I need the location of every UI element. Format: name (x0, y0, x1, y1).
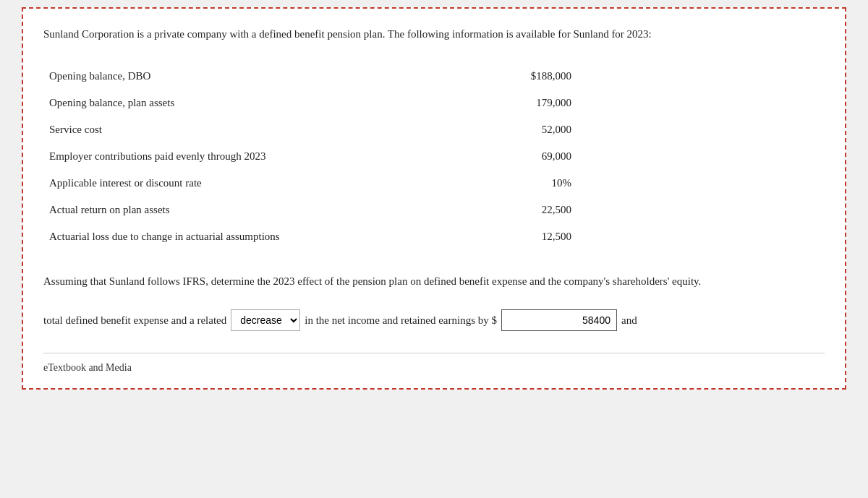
row-label: Opening balance, DBO (43, 63, 473, 90)
table-row: Opening balance, plan assets 179,000 (43, 90, 825, 116)
dollar-amount-input[interactable] (501, 309, 617, 331)
row-value: 10% (473, 170, 629, 197)
row-spacer (629, 223, 825, 250)
table-row: Actuarial loss due to change in actuaria… (43, 223, 825, 250)
row-label: Service cost (43, 116, 473, 143)
answer-prefix-text: total defined benefit expense and a rela… (43, 314, 226, 327)
row-spacer (629, 63, 825, 90)
intro-paragraph: Sunland Corporation is a private company… (43, 26, 825, 43)
row-value: 179,000 (473, 90, 629, 116)
row-label: Employer contributions paid evenly throu… (43, 143, 473, 170)
table-row: Employer contributions paid evenly throu… (43, 143, 825, 170)
row-value: 69,000 (473, 143, 629, 170)
decrease-increase-dropdown[interactable]: decreaseincrease (231, 309, 300, 331)
row-spacer (629, 116, 825, 143)
page-container: Sunland Corporation is a private company… (22, 7, 846, 390)
table-row: Opening balance, DBO $188,000 (43, 63, 825, 90)
row-label: Opening balance, plan assets (43, 90, 473, 116)
answer-middle-text: in the net income and retained earnings … (305, 314, 497, 327)
answer-suffix-text: and (621, 314, 637, 327)
question-paragraph: Assuming that Sunland follows IFRS, dete… (43, 273, 825, 290)
row-value: 12,500 (473, 223, 629, 250)
table-row: Actual return on plan assets 22,500 (43, 197, 825, 223)
footer-label: eTextbook and Media (43, 362, 132, 373)
answer-row: total defined benefit expense and a rela… (43, 309, 825, 331)
row-value: 52,000 (473, 116, 629, 143)
row-label: Actual return on plan assets (43, 197, 473, 223)
table-row: Applicable interest or discount rate 10% (43, 170, 825, 197)
row-spacer (629, 197, 825, 223)
footer-bar: eTextbook and Media (43, 353, 825, 374)
row-spacer (629, 170, 825, 197)
row-spacer (629, 143, 825, 170)
row-label: Actuarial loss due to change in actuaria… (43, 223, 473, 250)
data-table: Opening balance, DBO $188,000 Opening ba… (43, 63, 825, 250)
row-label: Applicable interest or discount rate (43, 170, 473, 197)
row-spacer (629, 90, 825, 116)
table-row: Service cost 52,000 (43, 116, 825, 143)
row-value: 22,500 (473, 197, 629, 223)
row-value: $188,000 (473, 63, 629, 90)
